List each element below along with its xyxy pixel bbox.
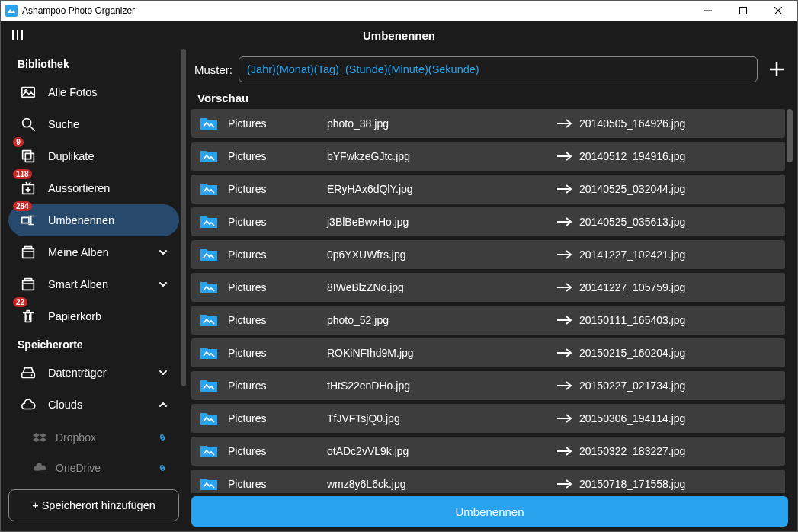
row-folder: Pictures — [228, 380, 327, 392]
sidebar-item-duplikate[interactable]: 9Duplikate — [8, 140, 179, 172]
sidebar-item-suche[interactable]: Suche — [8, 108, 179, 140]
cloud-item-onedrive[interactable]: OneDrive — [25, 453, 179, 483]
svg-line-11 — [30, 127, 35, 131]
row-folder: Pictures — [228, 445, 327, 457]
location-item-clouds[interactable]: Clouds — [8, 389, 179, 421]
arrow-icon — [549, 217, 579, 226]
app-icon — [5, 5, 18, 17]
badge: 9 — [13, 137, 24, 147]
svg-rect-0 — [5, 5, 18, 17]
preview-row[interactable]: PicturesotADc2vVL9k.jpg20150322_183227.j… — [191, 437, 785, 466]
sidebar-item-label: Papierkorb — [48, 310, 171, 322]
album-icon — [19, 275, 37, 293]
preview-row[interactable]: PicturesbYFwkzeGJtc.jpg20140512_194916.j… — [191, 142, 785, 171]
preview-row[interactable]: Picturesj3BlBeBwxHo.jpg20140525_035613.j… — [191, 207, 785, 236]
row-new-name: 20150111_165403.jpg — [579, 314, 777, 326]
preview-row[interactable]: PicturesERyHAx6dQlY.jpg20140525_032044.j… — [191, 175, 785, 204]
folder-icon — [199, 410, 219, 427]
sidebar-item-label: Aussortieren — [48, 182, 171, 194]
pattern-token: (Monat) — [276, 63, 314, 75]
preview-label: Vorschau — [187, 87, 793, 109]
arrow-icon — [549, 283, 579, 292]
folder-icon — [199, 279, 219, 296]
rename-button[interactable]: Umbenennen — [191, 496, 788, 527]
close-button[interactable] — [761, 1, 796, 21]
folder-icon — [199, 115, 219, 132]
row-folder: Pictures — [228, 347, 327, 359]
list-scrollbar[interactable] — [787, 109, 793, 162]
link-icon[interactable] — [153, 459, 171, 477]
trash-icon — [19, 307, 37, 325]
pattern-token: (Stunde) — [345, 63, 388, 75]
window-title: Ashampoo Photo Organizer — [22, 5, 691, 16]
row-old-name: ERyHAx6dQlY.jpg — [327, 183, 549, 195]
maximize-button[interactable] — [726, 1, 761, 21]
sidebar-item-aussortieren[interactable]: 118Aussortieren — [8, 172, 179, 204]
cloud-item-label: Dropbox — [56, 431, 153, 444]
preview-row[interactable]: Pictures0p6YXUWfrs.jpg20141227_102421.jp… — [191, 240, 785, 269]
sidebar-item-alle-fotos[interactable]: Alle Fotos — [8, 76, 179, 108]
location-item-datenträger[interactable]: Datenträger — [8, 357, 179, 389]
folder-icon — [199, 181, 219, 197]
location-item-label: Clouds — [48, 399, 158, 411]
cloud-item-dropbox[interactable]: Dropbox — [25, 422, 179, 453]
add-pattern-button[interactable] — [764, 56, 790, 82]
pattern-input[interactable]: (Jahr)(Monat)(Tag)_(Stunde)(Minute)(Seku… — [239, 56, 758, 82]
sidebar-scrollbar[interactable] — [181, 49, 186, 531]
row-old-name: photo_38.jpg — [327, 117, 549, 130]
pattern-row: Muster: (Jahr)(Monat)(Tag)_(Stunde)(Minu… — [187, 49, 793, 87]
menu-button[interactable] — [1, 29, 37, 41]
add-location-button[interactable]: + Speicherort hinzufügen — [8, 489, 179, 521]
svg-rect-8 — [22, 88, 35, 98]
row-folder: Pictures — [228, 216, 327, 228]
arrow-icon — [549, 119, 579, 128]
preview-row[interactable]: PicturesROKiNFIhd9M.jpg20150215_160204.j… — [191, 338, 785, 367]
row-folder: Pictures — [228, 478, 327, 490]
preview-row[interactable]: PicturesTfJVFTsjQ0.jpg20150306_194114.jp… — [191, 404, 785, 433]
search-icon — [19, 115, 37, 133]
onedrive-icon — [31, 460, 48, 476]
app-window: Ashampoo Photo Organizer Umbenennen Bibl… — [0, 0, 798, 532]
row-old-name: 8IWeBlzZNo.jpg — [327, 281, 549, 293]
row-new-name: 20140525_032044.jpg — [579, 183, 777, 195]
svg-rect-18 — [23, 248, 34, 258]
sidebar-item-label: Alle Fotos — [48, 86, 171, 98]
svg-rect-17 — [22, 217, 29, 223]
sidebar-item-papierkorb[interactable]: 22Papierkorb — [8, 300, 179, 332]
sidebar-item-meine-alben[interactable]: Meine Alben — [8, 236, 179, 268]
badge: 284 — [13, 201, 32, 211]
image-icon — [19, 83, 37, 101]
pattern-label: Muster: — [194, 63, 232, 76]
row-old-name: tHtS22enDHo.jpg — [327, 380, 549, 392]
preview-row[interactable]: PicturestHtS22enDHo.jpg20150227_021734.j… — [191, 371, 785, 400]
minimize-button[interactable] — [691, 1, 726, 21]
link-icon[interactable] — [153, 428, 171, 447]
preview-row[interactable]: Picturesphoto_52.jpg20150111_165403.jpg — [191, 306, 785, 335]
preview-row[interactable]: Picturesphoto_38.jpg20140505_164926.jpg — [191, 109, 785, 138]
preview-row[interactable]: Pictureswmz8y6L6ck.jpg20150718_171558.jp… — [191, 470, 785, 493]
duplicate-icon — [19, 147, 37, 165]
row-folder: Pictures — [228, 314, 327, 326]
sidebar-item-umbenennen[interactable]: 284Umbenennen — [8, 204, 179, 236]
row-new-name: 20150718_171558.jpg — [579, 478, 777, 490]
page-title: Umbenennen — [363, 29, 435, 42]
row-new-name: 20140512_194916.jpg — [579, 150, 777, 162]
folder-icon — [199, 312, 219, 328]
preview-row[interactable]: Pictures8IWeBlzZNo.jpg20141227_105759.jp… — [191, 273, 785, 302]
add-location-label: + Speicherort hinzufügen — [32, 499, 155, 511]
svg-rect-20 — [23, 280, 34, 290]
svg-rect-22 — [22, 373, 35, 377]
row-folder: Pictures — [228, 183, 327, 195]
row-old-name: bYFwkzeGJtc.jpg — [327, 150, 549, 162]
folder-icon — [199, 377, 219, 394]
row-new-name: 20150306_194114.jpg — [579, 412, 777, 425]
rename-icon — [19, 211, 37, 229]
folder-icon — [199, 476, 219, 492]
arrow-icon — [549, 316, 579, 325]
pattern-token: (Sekunde) — [428, 63, 479, 75]
chevron-down-icon — [158, 247, 171, 258]
preview-list: Picturesphoto_38.jpg20140505_164926.jpgP… — [191, 109, 785, 493]
svg-rect-2 — [740, 8, 747, 14]
sidebar-item-smart-alben[interactable]: Smart Alben — [8, 268, 179, 300]
arrow-icon — [549, 381, 579, 390]
